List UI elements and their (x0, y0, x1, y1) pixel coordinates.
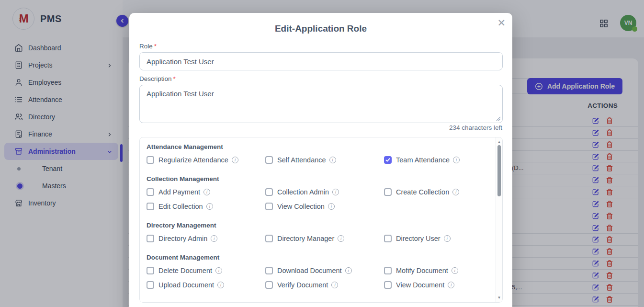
permission-label: Self Attendance (277, 156, 326, 164)
permission-section-title: Directory Management (147, 222, 496, 229)
permission-item: Add Paymenti (147, 187, 265, 197)
scroll-down-arrow-icon[interactable]: ▼ (496, 296, 502, 300)
checkbox-unchecked[interactable] (147, 188, 154, 196)
permissions-scrollbar[interactable]: ▲ ▼ (496, 137, 502, 302)
permission-section-title: Collection Management (147, 175, 496, 182)
permission-label: View Collection (277, 203, 325, 210)
permission-item: Mofify Documenti (384, 266, 494, 275)
required-mark: * (173, 75, 176, 82)
info-icon[interactable]: i (338, 235, 344, 242)
permission-section-title: Document Management (147, 254, 496, 261)
scroll-up-arrow-icon[interactable]: ▲ (496, 140, 502, 144)
permissions-list: Attendance ManagementRegularize Attendan… (140, 137, 496, 302)
permission-item: View Documenti (384, 280, 494, 290)
permission-item: Create Collectioni (384, 187, 494, 197)
checkbox-unchecked[interactable] (384, 235, 392, 242)
permission-item: Regularize Attendancei (147, 155, 265, 165)
info-icon[interactable]: i (329, 157, 336, 163)
permission-label: Directory User (396, 235, 441, 242)
checkbox-unchecked[interactable] (384, 188, 392, 196)
checkbox-unchecked[interactable] (147, 235, 154, 242)
info-icon[interactable]: i (217, 282, 224, 288)
permission-section: Document ManagementDelete DocumentiDownl… (147, 254, 496, 290)
info-icon[interactable]: i (448, 282, 454, 288)
permission-label: Upload Document (158, 281, 214, 289)
permission-section: Collection ManagementAdd PaymentiCollect… (147, 175, 496, 211)
permission-label: Directory Admin (158, 235, 207, 242)
info-icon[interactable]: i (453, 157, 460, 163)
checkbox-unchecked[interactable] (265, 203, 273, 210)
edit-application-role-modal: ✕ Edit-Application Role Role* Descriptio… (129, 13, 512, 307)
application-window: :M PMS DashboardProjectsEmployeesAttenda… (0, 0, 644, 307)
info-icon[interactable]: i (332, 189, 339, 195)
info-icon[interactable]: i (232, 157, 238, 163)
checkbox-unchecked[interactable] (147, 267, 154, 274)
permission-item: Download Documenti (265, 266, 384, 275)
checkbox-checked[interactable] (384, 156, 392, 164)
permission-item: Team Attendancei (384, 155, 494, 165)
permission-label: Directory Manager (277, 235, 334, 242)
permission-label: Edit Collection (158, 203, 203, 210)
info-icon[interactable]: i (331, 282, 338, 288)
permission-item: Directory Manageri (265, 234, 384, 243)
description-value: Application Test User (147, 90, 214, 98)
checkbox-unchecked[interactable] (265, 267, 273, 274)
resize-grip-icon[interactable] (496, 116, 501, 121)
info-icon[interactable]: i (444, 235, 451, 242)
characters-left-counter: 234 characters left (449, 124, 502, 131)
permission-label: Regularize Attendance (158, 156, 228, 164)
permission-item: Self Attendancei (265, 155, 384, 165)
permission-label: Add Payment (158, 188, 200, 196)
permission-item: Directory Admini (147, 234, 265, 243)
permission-item: Edit Collectioni (147, 202, 265, 211)
permission-item: Collection Admini (265, 187, 384, 197)
modal-title: Edit-Application Role (129, 23, 512, 34)
checkbox-unchecked[interactable] (265, 281, 273, 289)
checkbox-unchecked[interactable] (384, 267, 392, 274)
permission-label: Team Attendance (396, 156, 450, 164)
permissions-panel: Attendance ManagementRegularize Attendan… (139, 137, 503, 303)
permission-label: View Document (396, 281, 444, 289)
info-icon[interactable]: i (215, 267, 222, 274)
permission-item: Delete Documenti (147, 266, 265, 275)
required-mark: * (154, 43, 157, 50)
info-icon[interactable]: i (206, 203, 213, 210)
info-icon[interactable]: i (328, 203, 335, 210)
checkbox-unchecked[interactable] (265, 235, 273, 242)
permission-label: Delete Document (158, 267, 212, 274)
permission-item: View Collectioni (265, 202, 384, 211)
info-icon[interactable]: i (211, 235, 217, 242)
checkbox-unchecked[interactable] (147, 156, 154, 164)
checkbox-unchecked[interactable] (265, 156, 273, 164)
permission-item: Directory Useri (384, 234, 494, 243)
checkbox-unchecked[interactable] (147, 203, 154, 210)
permission-label: Download Document (277, 267, 342, 274)
description-label: Description* (139, 75, 176, 82)
role-label: Role* (139, 43, 157, 50)
info-icon[interactable]: i (203, 189, 210, 195)
permission-section: Directory ManagementDirectory AdminiDire… (147, 222, 496, 243)
checkbox-unchecked[interactable] (147, 281, 154, 289)
permission-label: Create Collection (396, 188, 449, 196)
scrollbar-thumb[interactable] (497, 145, 501, 196)
info-icon[interactable]: i (452, 267, 458, 274)
permission-label: Collection Admin (277, 188, 329, 196)
permission-item: Verify Documenti (265, 280, 384, 290)
checkbox-unchecked[interactable] (384, 281, 392, 289)
description-textarea[interactable]: Application Test User (139, 85, 503, 123)
permission-label: Mofify Document (396, 267, 448, 274)
role-input[interactable] (139, 52, 503, 70)
permission-label: Verify Document (277, 281, 328, 289)
info-icon[interactable]: i (345, 267, 352, 274)
permission-item: Upload Documenti (147, 280, 265, 290)
permission-section: Attendance ManagementRegularize Attendan… (147, 143, 496, 165)
info-icon[interactable]: i (452, 189, 459, 195)
permission-section-title: Attendance Management (147, 143, 496, 150)
checkbox-unchecked[interactable] (265, 188, 273, 196)
